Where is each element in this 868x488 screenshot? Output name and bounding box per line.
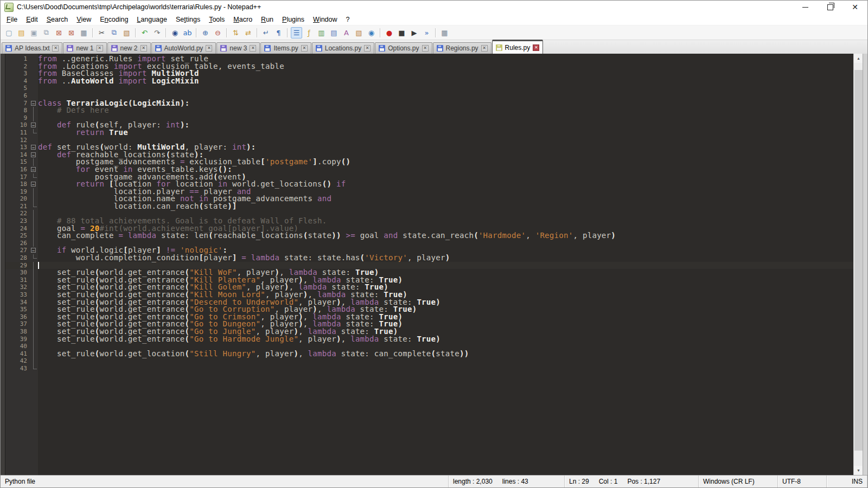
document-map-icon[interactable]: ▥ xyxy=(316,27,327,38)
line-number[interactable]: 29 xyxy=(5,262,29,269)
menu-settings[interactable]: Settings xyxy=(171,15,205,24)
run-macro-multiple-icon[interactable]: » xyxy=(421,27,432,38)
folder-workspace-icon[interactable]: ▧ xyxy=(353,27,365,38)
replace-icon[interactable]: ab xyxy=(182,27,193,38)
copy-icon[interactable]: ⧉ xyxy=(108,27,120,38)
tab-regions-py[interactable]: Regions.py✕ xyxy=(433,42,492,54)
line-number[interactable]: 5 xyxy=(5,85,29,92)
save-icon[interactable]: ▣ xyxy=(28,27,40,38)
new-file-icon[interactable]: ▢ xyxy=(3,27,15,38)
tab-close-icon[interactable]: ✕ xyxy=(301,45,308,52)
line-number[interactable]: 39 xyxy=(5,336,29,343)
code-line-39[interactable]: 39 set_rule(world.get_entrance("Go to Ha… xyxy=(5,336,858,343)
tab-close-icon[interactable]: ✕ xyxy=(97,45,103,52)
code-line-4[interactable]: 4from ..AutoWorld import LogicMixin xyxy=(5,78,858,85)
line-number[interactable]: 38 xyxy=(5,328,29,336)
code-line-41[interactable]: 41 set_rule(world.get_location("Still Hu… xyxy=(5,350,858,358)
status-eol-format[interactable]: Windows (CR LF) xyxy=(699,476,778,487)
tab-close-icon[interactable]: ✕ xyxy=(533,44,539,51)
code-line-42[interactable]: 42 xyxy=(5,357,858,365)
line-number[interactable]: 28 xyxy=(5,254,29,262)
line-number[interactable]: 43 xyxy=(5,365,29,373)
menu-[interactable]: ? xyxy=(342,15,354,24)
line-number[interactable]: 9 xyxy=(5,114,29,122)
tab-options-py[interactable]: Options.py✕ xyxy=(375,42,432,54)
scroll-down-arrow[interactable]: ▼ xyxy=(854,466,863,475)
line-number[interactable]: 11 xyxy=(5,129,29,137)
code-line-10[interactable]: 10 def rule(self, player: int): xyxy=(5,121,858,129)
close-button[interactable]: ✕ xyxy=(843,1,867,14)
line-number[interactable]: 40 xyxy=(5,343,29,350)
line-number[interactable]: 20 xyxy=(5,195,29,203)
line-number[interactable]: 8 xyxy=(5,107,29,114)
menu-view[interactable]: View xyxy=(72,15,95,24)
menu-tools[interactable]: Tools xyxy=(205,15,229,24)
fold-collapse-icon[interactable] xyxy=(29,100,38,107)
line-number[interactable]: 31 xyxy=(5,277,29,284)
tab-new-3[interactable]: new 3✕ xyxy=(216,42,260,54)
status-encoding[interactable]: UTF-8 xyxy=(778,476,827,487)
show-all-characters-icon[interactable]: ¶ xyxy=(273,27,284,38)
line-number[interactable]: 13 xyxy=(5,144,29,151)
tab-rules-py[interactable]: Rules.py✕ xyxy=(492,40,544,54)
line-number[interactable]: 3 xyxy=(5,70,29,78)
tab-locations-py[interactable]: Locations.py✕ xyxy=(312,42,374,54)
line-number[interactable]: 35 xyxy=(5,306,29,313)
line-number[interactable]: 15 xyxy=(5,158,29,166)
tab-close-icon[interactable]: ✕ xyxy=(422,45,429,52)
open-folder-icon[interactable]: ▤ xyxy=(16,27,27,38)
menu-file[interactable]: File xyxy=(2,15,22,24)
fold-collapse-icon[interactable] xyxy=(29,144,38,151)
zoom-out-icon[interactable]: ⊖ xyxy=(212,27,224,38)
line-number[interactable]: 2 xyxy=(5,63,29,70)
sync-vertical-icon[interactable]: ⇅ xyxy=(230,27,241,38)
fold-collapse-icon[interactable] xyxy=(29,181,38,188)
line-number[interactable]: 37 xyxy=(5,320,29,328)
fold-collapse-icon[interactable] xyxy=(29,166,38,174)
close-all-icon[interactable]: ⊠ xyxy=(66,27,77,38)
line-number[interactable]: 19 xyxy=(5,188,29,196)
tab-close-icon[interactable]: ✕ xyxy=(206,45,212,52)
line-number[interactable]: 7 xyxy=(5,100,29,107)
scrollbar-thumb[interactable] xyxy=(854,70,863,451)
code-line-28[interactable]: 28 world.completion_condition[player] = … xyxy=(5,254,858,262)
function-list-icon[interactable]: ƒ xyxy=(303,27,315,38)
menu-window[interactable]: Window xyxy=(309,15,341,24)
line-number[interactable]: 16 xyxy=(5,166,29,174)
save-recorded-macro-icon[interactable]: ▦ xyxy=(439,27,450,38)
minimize-button[interactable] xyxy=(793,1,818,14)
fold-collapse-icon[interactable] xyxy=(29,121,38,129)
scroll-up-arrow[interactable]: ▲ xyxy=(854,54,863,63)
word-wrap-icon[interactable]: ↵ xyxy=(260,27,272,38)
save-all-icon[interactable]: ⧉ xyxy=(41,27,52,38)
print-icon[interactable]: ▦ xyxy=(78,27,90,38)
line-number[interactable]: 34 xyxy=(5,299,29,306)
line-number[interactable]: 25 xyxy=(5,232,29,240)
monitoring-icon[interactable]: ◉ xyxy=(366,27,377,38)
close-icon[interactable]: ⊠ xyxy=(53,27,65,38)
line-number[interactable]: 1 xyxy=(5,55,29,63)
code-line-21[interactable]: 21 location.can_reach(state)] xyxy=(5,203,858,210)
line-number[interactable]: 6 xyxy=(5,92,29,100)
menu-search[interactable]: Search xyxy=(42,15,73,24)
line-number[interactable]: 41 xyxy=(5,350,29,358)
paste-icon[interactable]: ▧ xyxy=(121,27,132,38)
code-line-11[interactable]: 11 return True xyxy=(5,129,858,137)
tab-new-1[interactable]: new 1✕ xyxy=(63,42,106,54)
tab-items-py[interactable]: Items.py✕ xyxy=(260,42,311,54)
undo-icon[interactable]: ↶ xyxy=(139,27,150,38)
find-icon[interactable]: ◉ xyxy=(169,27,181,38)
tab-close-icon[interactable]: ✕ xyxy=(481,45,488,52)
tab-close-icon[interactable]: ✕ xyxy=(141,45,147,52)
line-number[interactable]: 32 xyxy=(5,284,29,291)
tab-autoworld-py[interactable]: AutoWorld.py✕ xyxy=(151,42,216,54)
line-number[interactable]: 21 xyxy=(5,203,29,210)
line-number[interactable]: 26 xyxy=(5,240,29,247)
menu-plugins[interactable]: Plugins xyxy=(278,15,309,24)
vertical-scrollbar[interactable]: ▲ ▼ xyxy=(853,54,863,475)
tab-close-icon[interactable]: ✕ xyxy=(250,45,256,52)
redo-icon[interactable]: ↷ xyxy=(151,27,163,38)
menu-edit[interactable]: Edit xyxy=(22,15,42,24)
stop-macro-icon[interactable]: ■ xyxy=(396,27,407,38)
tab-close-icon[interactable]: ✕ xyxy=(364,45,371,52)
